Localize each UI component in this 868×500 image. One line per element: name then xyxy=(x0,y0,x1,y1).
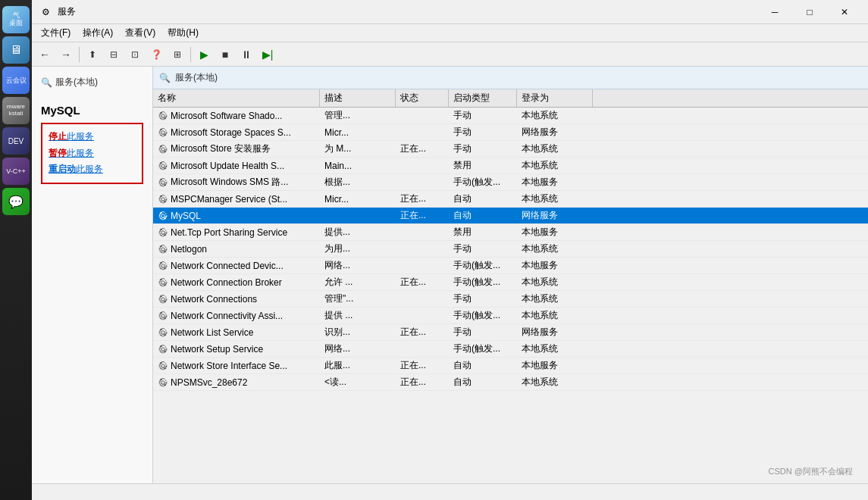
service-name-cell: MSPCManager Service (St... xyxy=(153,192,320,206)
start-button[interactable]: ▶ xyxy=(194,45,214,64)
service-status-cell: 正在... xyxy=(396,191,449,207)
table-row[interactable]: Network Connections 管理"... 手动 本地系统 xyxy=(153,291,868,308)
menu-bar: 文件(F) 操作(A) 查看(V) 帮助(H) xyxy=(32,24,868,42)
toolbar-sep-1 xyxy=(79,47,80,62)
col-header-desc[interactable]: 描述 xyxy=(320,89,396,107)
service-desc-cell: Main... xyxy=(320,159,396,173)
service-login-cell: 本地系统 xyxy=(517,374,593,390)
table-row[interactable]: Microsoft Update Health S... Main... 禁用 … xyxy=(153,158,868,174)
properties-button[interactable]: ⊡ xyxy=(125,45,145,64)
table-row[interactable]: Microsoft Store 安装服务 为 M... 正在... 手动 本地系… xyxy=(153,141,868,158)
service-login-cell: 本地系统 xyxy=(517,241,593,257)
toolbar: ← → ⬆ ⊟ ⊡ ❓ ⊞ ▶ ■ ⏸ ▶| xyxy=(32,42,868,67)
service-name-section: MySQL 停止此服务 暂停此服务 重启动此服务 xyxy=(38,101,146,187)
maximize-button[interactable]: □ xyxy=(792,1,827,23)
service-name-cell: Microsoft Storage Spaces S... xyxy=(153,126,320,139)
service-startup-cell: 自动 xyxy=(449,208,517,223)
table-row[interactable]: Microsoft Windows SMS 路... 根据... 手动(触发..… xyxy=(153,174,868,191)
service-startup-cell: 自动 xyxy=(449,374,517,390)
table-row[interactable]: Microsoft Storage Spaces S... Micr... 手动… xyxy=(153,124,868,141)
table-row[interactable]: Network Connectivity Assi... 提供 ... 手动(触… xyxy=(153,308,868,324)
service-status-cell xyxy=(396,114,449,117)
taskbar-weather[interactable]: 气桌面 xyxy=(2,6,30,33)
taskbar-cpp[interactable]: V-C++ xyxy=(2,158,30,185)
gear-icon xyxy=(158,294,168,305)
restart-service-link[interactable]: 重启动此服务 xyxy=(49,161,136,178)
service-name-cell: Network Connections xyxy=(153,292,320,306)
service-status-cell: 正在... xyxy=(396,324,449,340)
service-login-cell: 网络服务 xyxy=(517,124,593,140)
stop-service-link[interactable]: 停止此服务 xyxy=(49,129,136,145)
menu-help[interactable]: 帮助(H) xyxy=(161,25,205,41)
menu-file[interactable]: 文件(F) xyxy=(35,25,77,41)
service-login-cell: 本地系统 xyxy=(517,141,593,157)
services-table[interactable]: 名称 描述 状态 启动类型 登录为 Microsoft Software Sha… xyxy=(153,89,868,483)
service-desc-cell: 识别... xyxy=(320,324,396,340)
taskbar-vmware[interactable]: mwarekstati xyxy=(2,97,30,124)
col-header-status[interactable]: 状态 xyxy=(396,89,449,107)
table-row[interactable]: Microsoft Software Shado... 管理... 手动 本地系… xyxy=(153,108,868,124)
table-row[interactable]: NPSMSvc_28e672 <读... 正在... 自动 本地系统 xyxy=(153,374,868,391)
restart-button[interactable]: ▶| xyxy=(258,45,277,64)
back-button[interactable]: ← xyxy=(35,45,55,64)
service-status-cell: 正在... xyxy=(396,208,449,223)
service-startup-cell: 手动(触发... xyxy=(449,341,517,357)
table-row[interactable]: Network Store Interface Se... 此服... 正在..… xyxy=(153,358,868,374)
col-header-login[interactable]: 登录为 xyxy=(517,89,593,107)
taskbar-dev[interactable]: DEV xyxy=(2,127,30,155)
service-desc-cell xyxy=(320,214,396,217)
export-button[interactable]: ⊞ xyxy=(168,45,187,64)
service-desc-cell: 管理... xyxy=(320,108,396,123)
pause-button[interactable]: ⏸ xyxy=(237,45,256,64)
table-row[interactable]: Network List Service 识别... 正在... 手动 网络服务 xyxy=(153,324,868,341)
left-panel: 🔍 服务(本地) MySQL 停止此服务 暂停此服务 重启动此服务 xyxy=(32,67,153,483)
table-header: 名称 描述 状态 启动类型 登录为 xyxy=(153,89,868,108)
gear-icon xyxy=(158,244,168,255)
service-name-cell: Network Connection Broker xyxy=(153,276,320,289)
service-status-cell xyxy=(396,131,449,134)
service-startup-cell: 手动 xyxy=(449,141,517,157)
show-hide-button[interactable]: ⊟ xyxy=(104,45,124,64)
left-panel-title: 🔍 服务(本地) xyxy=(38,73,146,92)
service-desc-cell: 为用... xyxy=(320,241,396,257)
taskbar-wechat[interactable]: 💬 xyxy=(2,188,30,215)
table-row[interactable]: Net.Tcp Port Sharing Service 提供... 禁用 本地… xyxy=(153,224,868,241)
table-row[interactable]: Network Setup Service 网络... 手动(触发... 本地系… xyxy=(153,341,868,358)
taskbar-meeting[interactable]: 云会议 xyxy=(2,67,30,94)
table-row[interactable]: Network Connection Broker 允许 ... 正在... 手… xyxy=(153,274,868,291)
col-header-startup[interactable]: 启动类型 xyxy=(449,89,517,107)
menu-view[interactable]: 查看(V) xyxy=(119,25,161,41)
col-header-name[interactable]: 名称 xyxy=(153,89,320,107)
service-status-cell xyxy=(396,248,449,251)
window-icon: ⚙ xyxy=(38,5,53,20)
table-row[interactable]: Netlogon 为用... 手动 本地系统 xyxy=(153,241,868,258)
help-button[interactable]: ❓ xyxy=(146,45,166,64)
up-button[interactable]: ⬆ xyxy=(83,45,102,64)
pause-service-link[interactable]: 暂停此服务 xyxy=(49,145,136,162)
right-panel: 🔍 服务(本地) 名称 描述 状态 启动类型 登录为 Microsoft Sof… xyxy=(153,67,868,483)
menu-action[interactable]: 操作(A) xyxy=(77,25,119,41)
service-name-cell: MySQL xyxy=(153,209,320,223)
service-status-cell xyxy=(396,164,449,167)
table-row[interactable]: MySQL 正在... 自动 网络服务 xyxy=(153,208,868,224)
gear-icon xyxy=(158,277,168,288)
right-header: 🔍 服务(本地) xyxy=(153,67,868,89)
minimize-button[interactable]: ─ xyxy=(757,1,792,23)
service-status-cell xyxy=(396,181,449,184)
stop-button[interactable]: ■ xyxy=(215,45,235,64)
close-button[interactable]: ✕ xyxy=(827,1,862,23)
taskbar-desktop[interactable]: 🖥 xyxy=(2,36,30,64)
service-startup-cell: 自动 xyxy=(449,358,517,373)
gear-icon xyxy=(158,344,168,355)
table-row[interactable]: MSPCManager Service (St... Micr... 正在...… xyxy=(153,191,868,208)
gear-icon xyxy=(158,161,168,171)
service-desc-cell: 根据... xyxy=(320,174,396,190)
service-name-cell: Network Connected Devic... xyxy=(153,259,320,273)
service-startup-cell: 手动(触发... xyxy=(449,308,517,323)
service-name-cell: Network Setup Service xyxy=(153,342,320,356)
forward-button[interactable]: → xyxy=(56,45,76,64)
gear-icon xyxy=(158,311,168,321)
gear-icon xyxy=(158,327,168,338)
service-startup-cell: 手动(触发... xyxy=(449,258,517,273)
table-row[interactable]: Network Connected Devic... 网络... 手动(触发..… xyxy=(153,258,868,274)
